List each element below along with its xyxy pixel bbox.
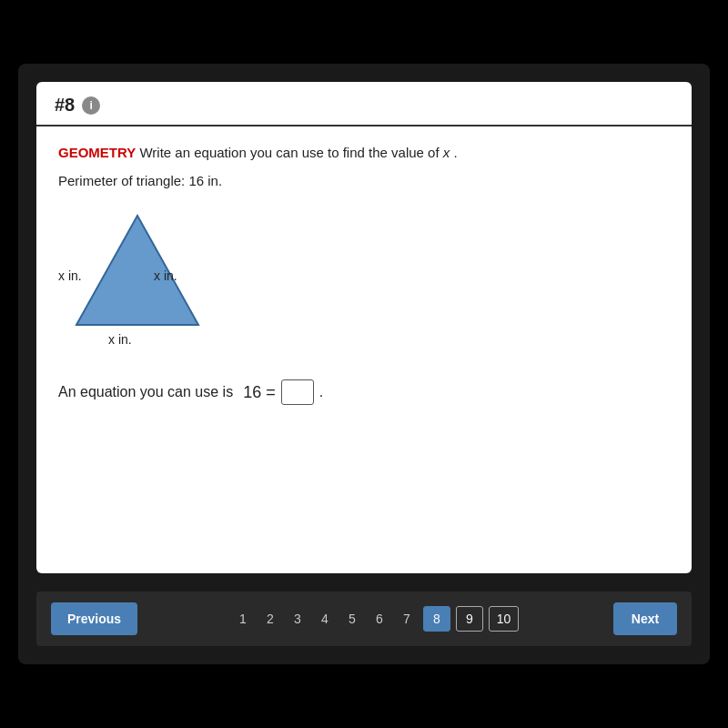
screen: #8 i GEOMETRY Write an equation you can …: [18, 64, 710, 664]
label-left-side: x in.: [58, 268, 82, 283]
triangle-diagram: x in. x in. x in.: [58, 207, 240, 352]
answer-input-box[interactable]: [281, 379, 314, 405]
next-button[interactable]: Next: [613, 602, 677, 635]
svg-marker-0: [76, 216, 198, 325]
page-5[interactable]: 5: [341, 608, 363, 630]
question-prompt: Write an equation you can use to find th…: [139, 145, 457, 160]
card-body: GEOMETRY Write an equation you can use t…: [36, 126, 692, 573]
perimeter-text: Perimeter of triangle: 16 in.: [58, 173, 670, 188]
page-9[interactable]: 9: [456, 606, 483, 632]
navigation-bar: Previous 1 2 3 4 5 6 7 8 9 10 Next: [36, 592, 692, 646]
label-bottom-side: x in.: [108, 332, 132, 347]
page-4[interactable]: 4: [314, 608, 336, 630]
page-numbers: 1 2 3 4 5 6 7 8 9 10: [147, 606, 604, 632]
page-1[interactable]: 1: [232, 608, 254, 630]
equation-period: .: [319, 384, 323, 400]
info-icon[interactable]: i: [82, 96, 100, 115]
equation-line: An equation you can use is 16 = .: [58, 379, 670, 405]
triangle-svg: [58, 207, 217, 339]
equation-value: 16 =: [238, 383, 276, 402]
page-3[interactable]: 3: [287, 608, 308, 630]
page-7[interactable]: 7: [396, 608, 418, 630]
card-header: #8 i: [36, 82, 692, 126]
equation-prefix: An equation you can use is: [58, 384, 233, 400]
question-number: #8: [55, 95, 75, 116]
subject-tag: GEOMETRY: [58, 145, 136, 160]
page-10[interactable]: 10: [489, 606, 520, 632]
question-label: GEOMETRY Write an equation you can use t…: [58, 145, 670, 160]
label-right-side: x in.: [154, 268, 177, 283]
page-8-current[interactable]: 8: [423, 606, 450, 632]
page-2[interactable]: 2: [259, 608, 281, 630]
previous-button[interactable]: Previous: [51, 602, 137, 635]
question-card: #8 i GEOMETRY Write an equation you can …: [36, 82, 692, 573]
page-6[interactable]: 6: [369, 608, 390, 630]
